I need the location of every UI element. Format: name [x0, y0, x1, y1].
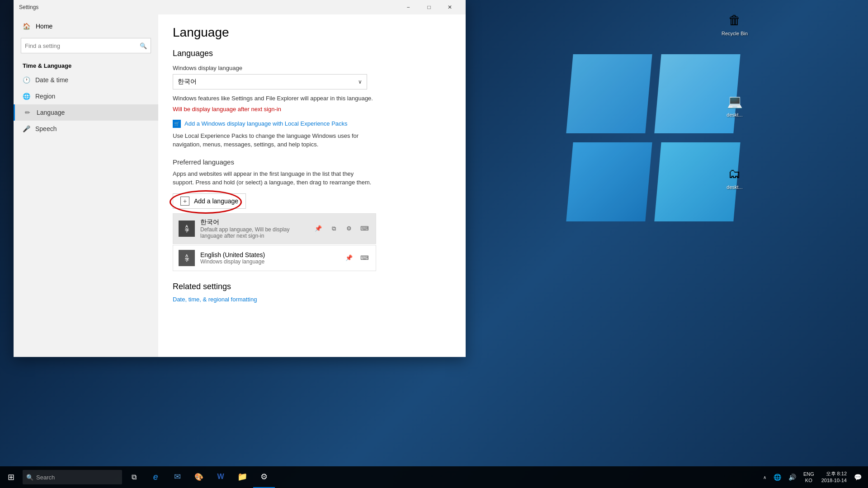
clock-time: 오후 8:12: [821, 470, 847, 477]
languages-section-title: Languages: [173, 49, 451, 58]
taskbar: ⊞ 🔍 Search ⧉ e ✉ 🎨 W 📁: [0, 466, 868, 488]
taskbar-app-ie[interactable]: e: [145, 466, 166, 488]
add-language-button[interactable]: + Add a language: [173, 193, 246, 209]
sidebar-item-language[interactable]: ✏ Language: [14, 104, 158, 121]
desktop-file-icon-1: 💻: [726, 92, 744, 110]
taskbar-app-explorer[interactable]: 📁: [231, 466, 253, 488]
lep-link-icon: 🛒: [173, 120, 181, 128]
settings-app-icon: ⚙: [260, 472, 268, 482]
taskbar-app-mail[interactable]: ✉: [166, 466, 188, 488]
desktop-icon-1[interactable]: 💻 deskt...: [719, 90, 750, 119]
maximize-button[interactable]: □: [419, 0, 439, 14]
clock-icon: 🕐: [23, 76, 30, 84]
korean-options-button[interactable]: ⚙: [343, 223, 355, 235]
sidebar-item-region[interactable]: 🌐 Region: [14, 88, 158, 104]
english-pin-button[interactable]: 📌: [343, 252, 355, 264]
microphone-icon: 🎤: [23, 125, 30, 132]
volume-icon: 🔊: [788, 474, 796, 481]
desktop-icon-recycle[interactable]: 🗑 Recycle Bin: [719, 9, 750, 38]
taskbar-app-paint[interactable]: 🎨: [188, 466, 210, 488]
add-lep-link-text: Add a Windows display language with Loca…: [184, 120, 348, 127]
tray-network-icon[interactable]: 🌐: [771, 466, 784, 488]
clock-date: 2018-10-14: [821, 477, 847, 484]
home-label: Home: [36, 23, 52, 30]
ie-icon: e: [153, 472, 158, 482]
home-icon: 🏠: [23, 23, 30, 30]
preferred-languages-title: Preferred languages: [173, 158, 451, 166]
language-icon: ✏: [24, 109, 31, 116]
korean-keyboard-button[interactable]: ⌨: [359, 223, 370, 235]
tray-volume-icon[interactable]: 🔊: [786, 466, 799, 488]
add-language-label: Add a language: [194, 197, 238, 205]
explorer-icon: 📁: [237, 472, 247, 482]
display-language-warning: Will be display language after next sign…: [173, 106, 451, 113]
taskbar-app-word[interactable]: W: [210, 466, 231, 488]
add-lep-description: Use Local Experience Packs to change the…: [173, 131, 376, 149]
sidebar-item-speech[interactable]: 🎤 Speech: [14, 121, 158, 137]
sidebar-item-date-time[interactable]: 🕐 Date & time: [14, 72, 158, 88]
english-lang-actions: 📌 ⌨: [343, 252, 370, 264]
english-lang-name: English (United States): [200, 251, 338, 258]
related-settings-section: Related settings Date, time, & regional …: [173, 282, 451, 303]
tray-notification-button[interactable]: 💬: [851, 466, 864, 488]
sidebar-item-label-date-time: Date & time: [35, 76, 68, 84]
desktop-wallpaper-logo: [570, 54, 741, 226]
desktop-label-1: deskt...: [726, 112, 742, 117]
notification-icon: 💬: [854, 474, 862, 481]
korean-flag-icon: A字: [179, 221, 195, 237]
sidebar-home-button[interactable]: 🏠 Home: [14, 18, 158, 34]
korean-pin-button[interactable]: 📌: [312, 223, 324, 235]
window-title: Settings: [19, 4, 398, 10]
english-lang-desc: Windows display language: [200, 258, 338, 265]
sidebar-search-box[interactable]: 🔍: [21, 38, 151, 53]
related-settings-title: Related settings: [173, 282, 451, 291]
sidebar-item-label-language: Language: [37, 109, 65, 116]
page-title: Language: [173, 25, 451, 40]
word-icon: W: [217, 473, 224, 481]
sidebar-item-label-speech: Speech: [35, 125, 57, 132]
tray-lang-indicator[interactable]: ENG KO: [801, 466, 817, 488]
taskbar-tray: ∧ 🌐 🔊 ENG KO 오후 8:12 2018-10-14 💬: [757, 466, 868, 488]
tray-clock[interactable]: 오후 8:12 2018-10-14: [819, 466, 849, 488]
korean-copy-button[interactable]: ⧉: [328, 223, 340, 235]
english-flag-icon: A字: [179, 250, 195, 266]
main-content: Language Languages Windows display langu…: [158, 14, 466, 357]
korean-lang-info: 한국어 Default app language, Will be displa…: [200, 218, 307, 239]
search-input[interactable]: [25, 42, 140, 49]
language-item-korean[interactable]: A字 한국어 Default app language, Will be dis…: [173, 213, 376, 244]
korean-lang-actions: 📌 ⧉ ⚙ ⌨: [312, 223, 370, 235]
task-view-icon: ⧉: [132, 473, 137, 481]
taskbar-search-text: Search: [36, 474, 55, 481]
taskbar-search[interactable]: 🔍 Search: [23, 470, 122, 484]
sidebar-item-label-region: Region: [35, 93, 55, 100]
start-button[interactable]: ⊞: [0, 466, 22, 488]
start-icon: ⊞: [8, 472, 14, 482]
tray-arrow-button[interactable]: ∧: [760, 466, 769, 488]
english-lang-info: English (United States) Windows display …: [200, 251, 338, 265]
desktop: 🗑 Recycle Bin 💻 deskt... 🗂 deskt... Sett…: [0, 0, 868, 488]
minimize-button[interactable]: −: [398, 0, 419, 14]
display-language-label: Windows display language: [173, 65, 451, 71]
display-language-description: Windows features like Settings and File …: [173, 94, 376, 103]
desktop-icon-2[interactable]: 🗂 deskt...: [719, 163, 750, 192]
desktop-file-icon-2: 🗂: [726, 164, 744, 183]
korean-lang-name: 한국어: [200, 218, 307, 226]
display-language-value: 한국어: [178, 78, 197, 86]
display-language-dropdown[interactable]: 한국어 ∨: [173, 74, 367, 89]
preferred-languages-desc: Apps and websites will appear in the fir…: [173, 169, 376, 187]
settings-window: Settings − □ ✕ 🏠 Home 🔍 Time & Language: [14, 0, 466, 357]
task-view-button[interactable]: ⧉: [123, 466, 145, 488]
related-link-date-regional[interactable]: Date, time, & regional formatting: [173, 296, 451, 303]
sidebar: 🏠 Home 🔍 Time & Language 🕐 Date & time 🌐…: [14, 14, 158, 357]
taskbar-search-icon: 🔍: [26, 474, 33, 481]
dropdown-chevron-icon: ∨: [358, 79, 362, 85]
english-keyboard-button[interactable]: ⌨: [359, 252, 370, 264]
taskbar-app-settings[interactable]: ⚙: [253, 466, 275, 488]
network-icon: 🌐: [774, 474, 781, 481]
sidebar-section-title: Time & Language: [14, 57, 158, 72]
paint-icon: 🎨: [194, 473, 203, 481]
language-item-english[interactable]: A字 English (United States) Windows displ…: [173, 245, 376, 271]
title-bar-controls: − □ ✕: [398, 0, 460, 14]
add-lep-link-container[interactable]: 🛒 Add a Windows display language with Lo…: [173, 120, 451, 128]
close-button[interactable]: ✕: [439, 0, 460, 14]
